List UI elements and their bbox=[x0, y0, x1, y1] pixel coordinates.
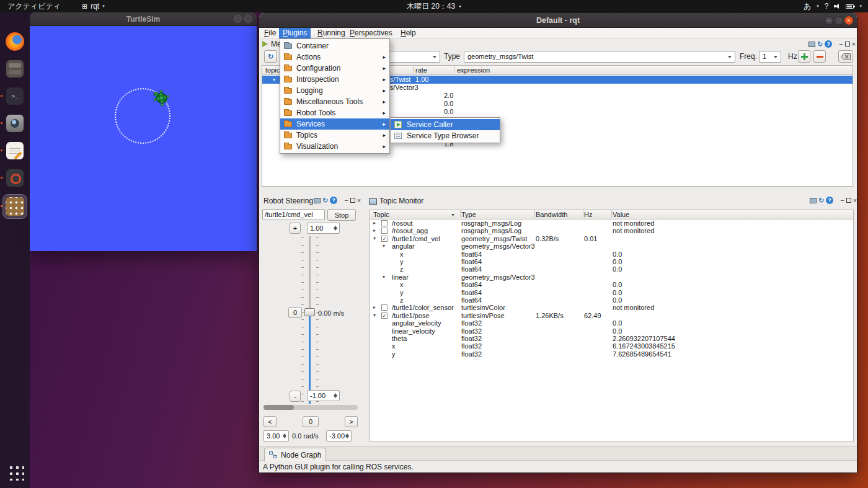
angular-right-button[interactable]: > bbox=[345, 416, 358, 427]
tree-row[interactable]: ▸ /rosout_agg rosgraph_msgs/Log not moni… bbox=[370, 227, 853, 234]
add-publisher-button[interactable] bbox=[798, 50, 810, 63]
minimize-dock-icon[interactable]: − bbox=[840, 197, 844, 204]
clear-button[interactable] bbox=[838, 50, 853, 63]
linear-decrease-button[interactable]: - bbox=[290, 391, 301, 402]
ime-indicator[interactable]: あ bbox=[804, 1, 811, 12]
column-divider[interactable] bbox=[413, 66, 414, 73]
angular-slider[interactable] bbox=[264, 405, 358, 410]
dock-icon[interactable] bbox=[314, 198, 321, 203]
stop-button[interactable]: Stop bbox=[327, 209, 356, 221]
header-value[interactable]: Value bbox=[613, 210, 629, 220]
menu-item-visualization[interactable]: Visualization ▸ bbox=[280, 141, 389, 152]
angular-min-spinbox[interactable]: -3.00 bbox=[326, 430, 352, 441]
menu-item-introspection[interactable]: Introspection ▸ bbox=[280, 74, 389, 85]
tree-row[interactable]: x float64 0.0 bbox=[370, 251, 853, 258]
menu-item-service-caller[interactable]: Service Caller bbox=[391, 119, 500, 130]
menu-item-services[interactable]: Services ▸ bbox=[280, 118, 389, 130]
linear-max-spinbox[interactable]: 1.00 bbox=[307, 223, 340, 234]
cell-rate[interactable]: 1.00 bbox=[415, 76, 428, 84]
tree-row[interactable]: y float64 0.0 bbox=[370, 289, 853, 296]
close-dock-icon[interactable]: × bbox=[852, 41, 856, 48]
menu-item-service-type-browser[interactable]: Service Type Browser bbox=[391, 130, 500, 141]
linear-min-spinbox[interactable]: -1.00 bbox=[307, 390, 340, 401]
header-type[interactable]: Type bbox=[461, 210, 476, 220]
float-dock-icon[interactable] bbox=[845, 42, 850, 47]
menu-plugins[interactable]: Plugins bbox=[279, 28, 311, 38]
system-status-area[interactable]: あ ▾ ? ▾ bbox=[804, 0, 862, 12]
tree-row[interactable]: ▸ /turtle1/color_sensor turtlesim/Color … bbox=[370, 304, 853, 311]
battery-icon[interactable] bbox=[846, 4, 854, 9]
reload-plugin-icon[interactable]: ↻ bbox=[322, 197, 328, 204]
expander-icon[interactable]: ▸ bbox=[373, 227, 376, 234]
speaker-icon[interactable] bbox=[834, 3, 840, 9]
menu-item-container[interactable]: Container bbox=[280, 40, 389, 51]
expander-icon[interactable]: ▸ bbox=[373, 304, 376, 311]
remove-publisher-button[interactable] bbox=[813, 50, 826, 63]
dock-icon[interactable] bbox=[810, 198, 817, 203]
linear-zero-button[interactable]: 0 bbox=[288, 307, 302, 318]
tree-row[interactable]: theta float32 2.260932207107544 bbox=[370, 335, 853, 342]
chevron-down-icon[interactable]: ▾ bbox=[859, 4, 862, 9]
header-topic[interactable]: topic bbox=[265, 66, 280, 75]
menu-item-topics[interactable]: Topics ▸ bbox=[280, 130, 389, 141]
cell-expression[interactable]: 0.0 bbox=[444, 100, 453, 108]
menu-help[interactable]: Help bbox=[397, 28, 420, 38]
topic-monitor-header[interactable]: Topic ▼ Type Bandwidth Hz Value bbox=[370, 210, 853, 220]
column-divider[interactable] bbox=[534, 210, 535, 218]
close-button[interactable]: × bbox=[844, 16, 853, 25]
checkbox[interactable] bbox=[381, 220, 388, 226]
menu-file[interactable]: File bbox=[260, 28, 280, 38]
expander-icon[interactable]: ▾ bbox=[383, 242, 385, 250]
help-icon[interactable]: ? bbox=[825, 40, 832, 48]
maximize-button[interactable] bbox=[835, 16, 843, 25]
tree-row[interactable]: ▾ ✓ /turtle1/pose turtlesim/Pose 1.26KB/… bbox=[370, 312, 853, 319]
reload-plugin-icon[interactable]: ↻ bbox=[818, 197, 824, 204]
expander-icon[interactable]: ▾ bbox=[373, 312, 376, 319]
linear-slider-handle[interactable] bbox=[304, 308, 315, 316]
header-rate[interactable]: rate bbox=[415, 66, 427, 75]
menu-item-actions[interactable]: Actions ▸ bbox=[280, 51, 389, 63]
tree-row[interactable]: x float32 6.167243003845215 bbox=[370, 342, 853, 350]
float-dock-icon[interactable] bbox=[350, 198, 355, 203]
clock[interactable]: 木曜日 20：43 ● bbox=[407, 0, 461, 12]
column-divider[interactable] bbox=[611, 210, 612, 218]
menu-running[interactable]: Running bbox=[314, 28, 349, 38]
tree-row[interactable]: x float64 0.0 bbox=[370, 281, 853, 288]
rqt-titlebar[interactable]: Default - rqt − × bbox=[259, 13, 857, 28]
tree-row[interactable]: linear_velocity float32 0.0 bbox=[370, 327, 853, 335]
minimize-dock-icon[interactable]: − bbox=[839, 41, 843, 48]
column-divider[interactable] bbox=[460, 210, 461, 218]
tree-row[interactable]: z float64 0.0 bbox=[370, 265, 853, 273]
tree-row[interactable]: ▾ ✓ /turtle1/cmd_vel geometry_msgs/Twist… bbox=[370, 235, 853, 242]
menu-item-robot-tools[interactable]: Robot Tools ▸ bbox=[280, 107, 389, 118]
menu-perspectives[interactable]: Perspectives bbox=[346, 28, 396, 38]
menu-item-configuration[interactable]: Configuration ▸ bbox=[280, 63, 389, 74]
minimize-button[interactable]: − bbox=[825, 16, 833, 25]
angular-slider-handle[interactable] bbox=[264, 405, 294, 410]
cell-expression[interactable]: 0.0 bbox=[444, 108, 453, 116]
help-icon[interactable]: ? bbox=[330, 197, 337, 204]
dock-item-terminal[interactable] bbox=[3, 84, 27, 108]
checkbox[interactable] bbox=[381, 304, 388, 311]
float-dock-icon[interactable] bbox=[846, 198, 851, 203]
minimize-button[interactable] bbox=[234, 15, 242, 23]
angular-left-button[interactable]: < bbox=[264, 416, 277, 427]
menu-item-logging[interactable]: Logging ▸ bbox=[280, 85, 389, 96]
refresh-topics-button[interactable]: ↻ bbox=[264, 50, 277, 63]
tree-row[interactable]: y float32 7.62685489654541 bbox=[370, 350, 853, 358]
column-divider[interactable] bbox=[454, 66, 454, 73]
expander-icon[interactable]: ▾ bbox=[373, 235, 376, 242]
column-divider[interactable] bbox=[583, 210, 583, 218]
freq-combobox[interactable]: 1 bbox=[759, 51, 781, 63]
header-topic[interactable]: Topic bbox=[373, 210, 389, 220]
menu-item-miscellaneous-tools[interactable]: Miscellaneous Tools ▸ bbox=[280, 96, 389, 107]
dock-icon[interactable] bbox=[808, 42, 815, 47]
linear-increase-button[interactable]: + bbox=[290, 223, 301, 234]
type-combobox[interactable]: geometry_msgs/Twist bbox=[464, 51, 735, 63]
maximize-button[interactable] bbox=[244, 15, 252, 23]
checkbox[interactable]: ✓ bbox=[381, 313, 388, 319]
tree-row[interactable]: z float64 0.0 bbox=[370, 296, 853, 304]
cell-expression[interactable]: 2.0 bbox=[444, 92, 453, 100]
close-dock-icon[interactable]: × bbox=[853, 197, 857, 204]
minimize-dock-icon[interactable]: − bbox=[344, 197, 348, 204]
